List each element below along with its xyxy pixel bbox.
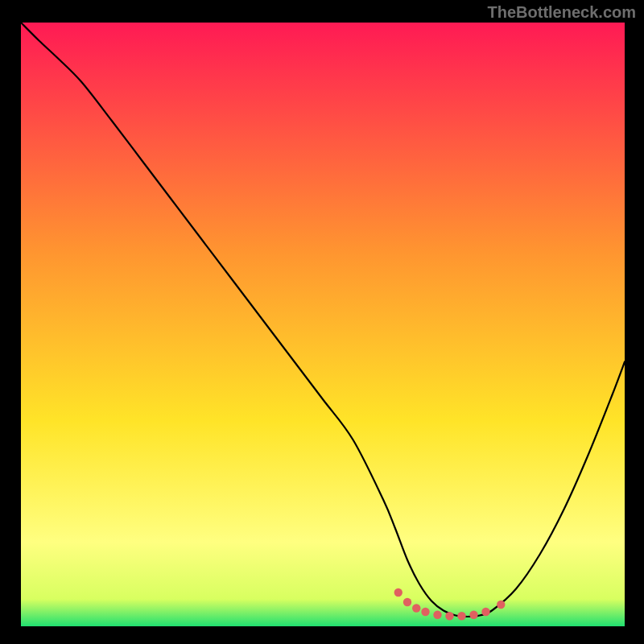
plot-area bbox=[21, 23, 625, 626]
chart-container: TheBottleneck.com bbox=[0, 0, 644, 644]
gradient-background bbox=[21, 23, 625, 626]
svg-rect-0 bbox=[21, 23, 625, 626]
watermark-label: TheBottleneck.com bbox=[488, 3, 636, 22]
